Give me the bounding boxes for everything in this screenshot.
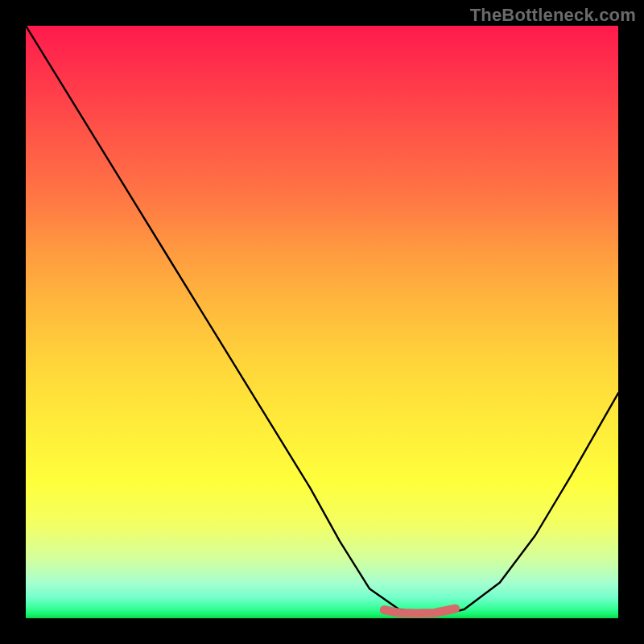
- plot-area: [26, 26, 618, 618]
- bottleneck-highlight: [384, 609, 455, 613]
- watermark-text: TheBottleneck.com: [470, 5, 636, 26]
- curve-layer: [26, 26, 618, 618]
- bottleneck-curve: [26, 26, 618, 613]
- chart-frame: TheBottleneck.com: [0, 0, 644, 644]
